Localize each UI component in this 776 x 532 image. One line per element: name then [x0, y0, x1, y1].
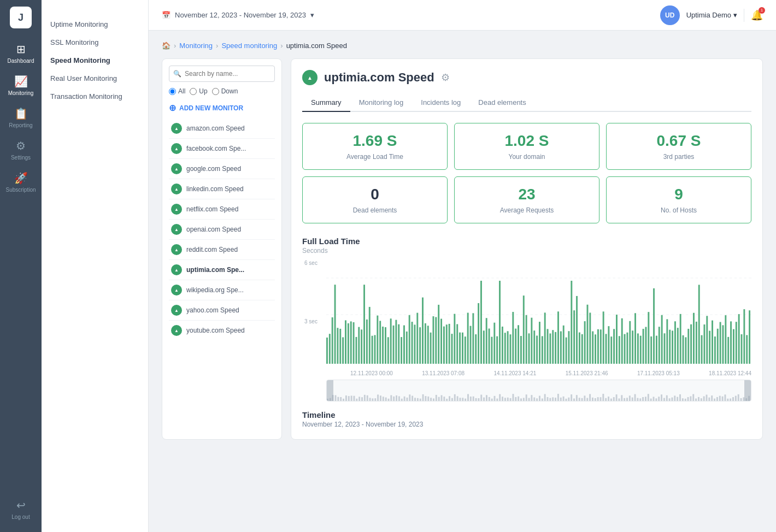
svg-rect-174: [358, 397, 360, 401]
monitor-item-amazon[interactable]: ▲ amazon.com Speed: [169, 119, 275, 139]
breadcrumb-speed[interactable]: Speed monitoring: [221, 42, 277, 50]
nav-item-transaction[interactable]: Transaction Monitoring: [42, 87, 148, 105]
filter-all[interactable]: All: [169, 87, 185, 95]
monitor-item-yahoo[interactable]: ▲ yahoo.com Speed: [169, 300, 275, 321]
svg-rect-223: [489, 397, 490, 401]
svg-rect-122: [645, 327, 647, 364]
svg-rect-118: [634, 313, 636, 364]
svg-rect-154: [730, 321, 732, 364]
header-divider: [744, 9, 744, 22]
tab-dead-elements[interactable]: Dead elements: [469, 94, 534, 112]
date-range-picker[interactable]: 📅 November 12, 2023 - November 19, 2023 …: [162, 11, 314, 19]
notification-button[interactable]: 🔔 1: [751, 9, 763, 21]
mini-chart-navigator[interactable]: [326, 380, 751, 401]
monitor-item-reddit[interactable]: ▲ reddit.com Speed: [169, 240, 275, 260]
svg-rect-233: [515, 397, 516, 401]
svg-rect-263: [595, 398, 596, 401]
svg-rect-134: [677, 328, 679, 364]
svg-rect-112: [619, 336, 620, 364]
monitor-item-google[interactable]: ▲ google.com Speed: [169, 159, 275, 179]
sidebar-item-reporting[interactable]: 📋 Reporting: [0, 102, 42, 134]
tab-incidents-log[interactable]: Incidents log: [412, 94, 469, 112]
svg-rect-296: [682, 398, 684, 401]
monitor-item-linkedin[interactable]: ▲ linkedin.com Speed: [169, 179, 275, 199]
monitor-item-facebook[interactable]: ▲ facebook.com Spe...: [169, 139, 275, 159]
sidebar-item-settings[interactable]: ⚙ Settings: [0, 134, 42, 166]
stat-value-avg-requests: 23: [461, 186, 592, 203]
svg-rect-70: [507, 331, 509, 364]
svg-rect-10: [348, 323, 349, 364]
svg-rect-16: [363, 285, 365, 364]
filter-all-radio[interactable]: [169, 88, 176, 95]
chart-container[interactable]: [326, 260, 751, 369]
svg-rect-98: [581, 334, 583, 364]
svg-rect-247: [552, 397, 554, 401]
svg-rect-264: [597, 397, 599, 401]
subscription-icon: 🚀: [14, 172, 28, 185]
app-logo[interactable]: J: [10, 7, 32, 28]
nav-item-rum[interactable]: Real User Monitoring: [42, 69, 148, 87]
svg-rect-199: [425, 396, 426, 401]
svg-rect-22: [379, 321, 381, 364]
svg-rect-189: [398, 396, 400, 401]
filter-down-radio[interactable]: [212, 88, 219, 95]
svg-rect-84: [544, 312, 546, 364]
svg-rect-145: [706, 316, 708, 364]
monitor-search-input[interactable]: [169, 66, 275, 82]
filter-down[interactable]: Down: [212, 87, 238, 95]
nav-item-ssl[interactable]: SSL Monitoring: [42, 33, 148, 51]
monitor-item-wikipedia[interactable]: ▲ wikipedia.org Spe...: [169, 280, 275, 300]
chart-x-labels: 12.11.2023 00:00 13.11.2023 07:08 14.11.…: [326, 370, 751, 376]
svg-rect-211: [457, 396, 458, 401]
mini-chart-handle-left[interactable]: [327, 380, 333, 401]
svg-rect-184: [385, 398, 387, 401]
stat-avg-requests: 23 Average Requests: [454, 176, 599, 223]
sidebar-item-dashboard[interactable]: ⊞ Dashboard: [0, 37, 42, 69]
user-name-button[interactable]: Uptimia Demo ▾: [686, 11, 737, 19]
breadcrumb-monitoring[interactable]: Monitoring: [179, 42, 213, 50]
nav-item-uptime[interactable]: Uptime Monitoring: [42, 15, 148, 33]
svg-rect-274: [624, 398, 625, 401]
svg-rect-91: [563, 326, 565, 364]
svg-rect-280: [639, 398, 641, 401]
svg-rect-161: [749, 310, 750, 364]
mini-chart-svg: [327, 380, 751, 401]
monitor-item-youtube[interactable]: ▲ youtube.com Speed: [169, 321, 275, 340]
svg-rect-136: [683, 335, 684, 364]
tab-summary[interactable]: Summary: [302, 94, 350, 112]
filter-up[interactable]: Up: [190, 87, 207, 95]
svg-rect-277: [632, 398, 633, 401]
monitor-item-openai[interactable]: ▲ openai.com Speed: [169, 220, 275, 240]
chart-subtitle: Seconds: [302, 247, 751, 255]
monitoring-icon: 📈: [14, 75, 28, 88]
search-icon: 🔍: [173, 70, 181, 78]
svg-rect-228: [502, 397, 503, 401]
svg-rect-59: [478, 303, 479, 364]
mini-chart-handle-right[interactable]: [744, 380, 751, 401]
add-monitor-button[interactable]: ⊕ ADD NEW MONITOR: [169, 101, 275, 115]
tab-monitoring-log[interactable]: Monitoring log: [350, 94, 413, 112]
filter-up-radio[interactable]: [190, 88, 197, 95]
svg-rect-131: [669, 330, 671, 364]
home-icon[interactable]: 🏠: [162, 42, 171, 50]
svg-rect-103: [595, 334, 596, 364]
sidebar-item-monitoring[interactable]: 📈 Monitoring: [0, 69, 42, 102]
svg-rect-170: [348, 396, 350, 401]
settings-gear-button[interactable]: ⚙: [441, 72, 450, 84]
svg-rect-117: [632, 330, 633, 364]
y-label-3: 3 sec: [304, 318, 318, 324]
svg-rect-127: [659, 327, 660, 364]
svg-rect-177: [367, 395, 368, 401]
user-avatar[interactable]: UD: [660, 5, 680, 25]
svg-rect-101: [589, 312, 591, 364]
nav-item-speed[interactable]: Speed Monitoring: [42, 51, 148, 69]
svg-rect-187: [393, 397, 395, 401]
stats-grid: 1.69 S Average Load Time 1.02 S Your dom…: [302, 123, 751, 223]
svg-rect-105: [600, 329, 602, 364]
monitor-item-netflix[interactable]: ▲ netflix.com Speed: [169, 199, 275, 220]
sidebar-item-subscription[interactable]: 🚀 Subscription: [0, 166, 42, 198]
sidebar-item-logout[interactable]: ↩ Log out: [0, 493, 42, 525]
monitor-item-uptimia[interactable]: ▲ uptimia.com Spe...: [169, 260, 275, 280]
svg-rect-207: [446, 399, 448, 401]
svg-rect-219: [478, 398, 479, 401]
